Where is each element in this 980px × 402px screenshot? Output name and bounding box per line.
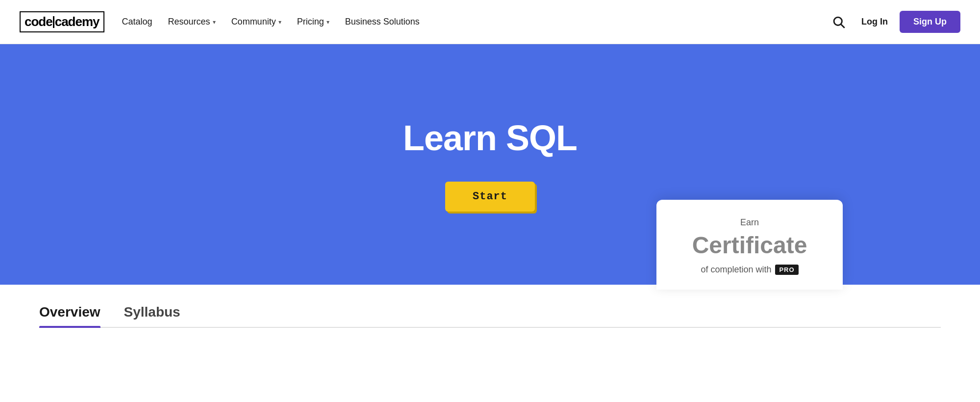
nav-link-catalog[interactable]: Catalog [122, 17, 152, 27]
nav-link-community[interactable]: Community ▾ [231, 17, 281, 27]
hero-section: Learn SQL Start Earn Certificate of comp… [0, 44, 980, 285]
nav-link-pricing-label: Pricing [297, 17, 324, 27]
resources-chevron-icon: ▾ [213, 19, 216, 26]
nav-link-resources-label: Resources [168, 17, 210, 27]
search-icon [832, 15, 846, 29]
navbar: codecademy Catalog Resources ▾ Community… [0, 0, 980, 44]
community-chevron-icon: ▾ [278, 19, 281, 26]
nav-links: Catalog Resources ▾ Community ▾ Pricing … [122, 17, 420, 27]
nav-link-community-label: Community [231, 17, 276, 27]
logo[interactable]: codecademy [20, 11, 104, 32]
nav-item-catalog[interactable]: Catalog [122, 17, 152, 27]
logo-code: code [25, 14, 52, 29]
nav-item-business[interactable]: Business Solutions [345, 17, 420, 27]
svg-point-0 [834, 17, 842, 25]
tab-syllabus[interactable]: Syllabus [124, 304, 180, 327]
logo-cursor-icon [53, 16, 54, 28]
nav-link-business[interactable]: Business Solutions [345, 17, 420, 27]
pro-badge: PRO [775, 265, 798, 275]
certificate-card: Earn Certificate of completion with PRO [656, 200, 843, 290]
nav-link-catalog-label: Catalog [122, 17, 152, 27]
cert-completion-text: of completion with [701, 265, 771, 275]
signup-button[interactable]: Sign Up [900, 11, 960, 33]
cert-earn-label: Earn [676, 217, 823, 228]
login-button[interactable]: Log In [861, 17, 888, 27]
pricing-chevron-icon: ▾ [327, 19, 329, 26]
cert-title-label: Certificate [676, 232, 823, 259]
start-button[interactable]: Start [445, 182, 535, 212]
nav-link-business-label: Business Solutions [345, 17, 420, 27]
hero-title: Learn SQL [403, 118, 577, 158]
search-button[interactable] [828, 11, 850, 33]
nav-link-resources[interactable]: Resources ▾ [168, 17, 216, 27]
navbar-right: Log In Sign Up [828, 11, 960, 33]
nav-item-community[interactable]: Community ▾ [231, 17, 281, 27]
logo-cademy: cademy [55, 14, 100, 29]
navbar-left: codecademy Catalog Resources ▾ Community… [20, 11, 420, 32]
nav-link-pricing[interactable]: Pricing ▾ [297, 17, 329, 27]
nav-item-resources[interactable]: Resources ▾ [168, 17, 216, 27]
tabs: Overview Syllabus [39, 285, 941, 328]
nav-item-pricing[interactable]: Pricing ▾ [297, 17, 329, 27]
svg-line-1 [841, 24, 845, 27]
cert-subtitle: of completion with PRO [676, 265, 823, 275]
tab-overview[interactable]: Overview [39, 304, 101, 327]
lower-section: Overview Syllabus [0, 285, 980, 328]
